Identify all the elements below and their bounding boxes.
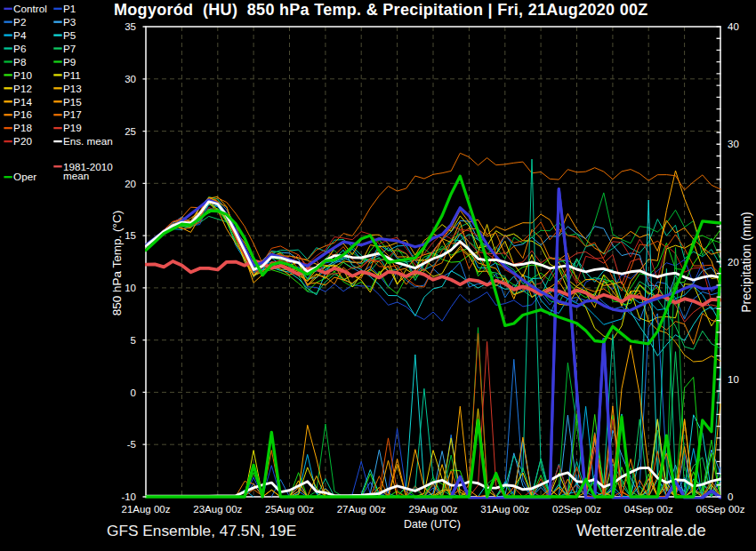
- svg-text:P18: P18: [13, 122, 32, 133]
- svg-text:P11: P11: [63, 69, 81, 81]
- svg-text:P2: P2: [13, 16, 26, 28]
- svg-text:Precipitation (mm): Precipitation (mm): [739, 212, 753, 313]
- svg-text:Control: Control: [13, 3, 47, 14]
- svg-text:0: 0: [131, 387, 136, 398]
- svg-text:P9: P9: [63, 56, 76, 68]
- svg-text:20: 20: [728, 257, 739, 268]
- svg-text:29Aug 00z: 29Aug 00z: [409, 504, 458, 515]
- svg-text:P20: P20: [13, 135, 32, 147]
- svg-text:P16: P16: [13, 108, 32, 120]
- svg-text:P15: P15: [63, 96, 82, 108]
- svg-text:P1: P1: [63, 3, 76, 14]
- svg-text:10: 10: [125, 283, 136, 293]
- svg-text:0: 0: [728, 491, 733, 502]
- svg-text:30: 30: [728, 139, 739, 149]
- svg-text:25: 25: [125, 126, 136, 137]
- svg-text:P12: P12: [13, 83, 32, 94]
- svg-text:40: 40: [728, 21, 739, 32]
- svg-text:-10: -10: [121, 491, 136, 502]
- svg-text:P5: P5: [63, 29, 76, 41]
- svg-text:Date (UTC): Date (UTC): [404, 518, 461, 531]
- svg-text:P10: P10: [13, 69, 32, 81]
- svg-text:35: 35: [125, 21, 136, 32]
- svg-text:P19: P19: [63, 122, 82, 133]
- svg-text:P6: P6: [13, 43, 26, 54]
- svg-text:GFS Ensemble, 47.5N, 19E: GFS Ensemble, 47.5N, 19E: [107, 522, 296, 539]
- svg-text:P17: P17: [63, 108, 82, 120]
- svg-text:30: 30: [125, 74, 136, 84]
- svg-text:5: 5: [131, 335, 136, 346]
- svg-text:-5: -5: [127, 439, 136, 450]
- svg-text:10: 10: [728, 374, 739, 385]
- svg-text:20: 20: [125, 179, 136, 189]
- svg-text:15: 15: [125, 230, 136, 241]
- svg-text:850 hPa Temp. (°C): 850 hPa Temp. (°C): [110, 211, 124, 315]
- svg-text:04Sep 00z: 04Sep 00z: [624, 504, 673, 515]
- svg-text:21Aug 00z: 21Aug 00z: [122, 504, 171, 515]
- svg-text:Ens. mean: Ens. mean: [63, 135, 113, 147]
- svg-text:27Aug 00z: 27Aug 00z: [337, 504, 386, 515]
- svg-text:P4: P4: [13, 29, 27, 41]
- svg-text:02Sep 00z: 02Sep 00z: [552, 504, 601, 515]
- svg-text:P14: P14: [13, 96, 32, 108]
- svg-text:06Sep 00z: 06Sep 00z: [696, 504, 745, 515]
- svg-text:Wetterzentrale.de: Wetterzentrale.de: [576, 521, 706, 539]
- svg-text:Oper: Oper: [13, 171, 36, 182]
- svg-text:25Aug 00z: 25Aug 00z: [265, 504, 314, 515]
- svg-text:Mogyoród (HU) 850 hPa Temp.: Mogyoród (HU) 850 hPa Temp. & Precipitat…: [114, 1, 648, 19]
- svg-text:P3: P3: [63, 16, 76, 28]
- svg-text:P8: P8: [13, 56, 26, 68]
- svg-text:23Aug 00z: 23Aug 00z: [193, 504, 242, 515]
- svg-text:P13: P13: [63, 83, 82, 94]
- svg-text:P7: P7: [63, 43, 76, 54]
- svg-text:31Aug 00z: 31Aug 00z: [480, 504, 529, 515]
- svg-text:mean: mean: [63, 170, 89, 181]
